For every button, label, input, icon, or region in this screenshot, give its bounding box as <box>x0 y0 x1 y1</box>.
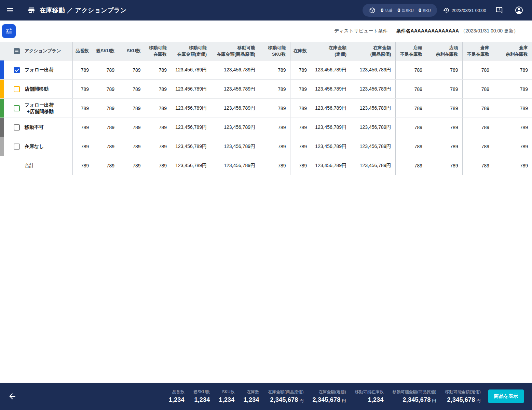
header-action-cell-content: アクションプラン <box>0 42 72 60</box>
action-plan-cell: 在庫なし <box>0 137 72 156</box>
table-cell: 789 <box>93 156 119 175</box>
summary-stat-label: SKU数 <box>222 389 235 395</box>
column-header-0: アクションプラン <box>0 42 72 60</box>
column-header-label: 在庫金額 <box>351 45 391 51</box>
select-all-checkbox[interactable] <box>14 48 20 54</box>
summary-stat-unit: 円 <box>299 398 303 403</box>
column-header-label: 余剰在庫数 <box>426 51 458 58</box>
summary-stat-label: 在庫数 <box>247 389 259 395</box>
table-cell: 789 <box>290 60 311 80</box>
summary-stats: 品番数1,234親SKU数1,234SKU数1,234在庫数1,234在庫金額(… <box>169 389 481 404</box>
summary-stat-number: 1,234 <box>194 396 210 403</box>
table-cell: 123,456,789円 <box>171 137 211 156</box>
row-checkbox[interactable] <box>14 144 20 150</box>
feedback-button[interactable] <box>492 3 506 17</box>
back-button[interactable] <box>5 390 19 403</box>
column-header-9: 在庫金額(定価) <box>311 42 351 60</box>
table-cell: 789 <box>119 156 145 175</box>
account-button[interactable] <box>512 3 526 17</box>
table-row: 移動不可789789789789123,456,789円123,456,789円… <box>0 118 532 137</box>
action-plan-label-line: フォロー出荷 <box>25 102 54 108</box>
table-cell: 123,456,789円 <box>351 99 395 118</box>
counter-label: 親SKU <box>402 9 414 13</box>
summary-stat-value: 2,345,678円 <box>270 396 303 404</box>
table-cell: 789 <box>72 118 93 137</box>
table-cell: 789 <box>93 118 119 137</box>
filter-button[interactable] <box>2 24 16 38</box>
table-cell: 123,456,789円 <box>211 156 259 175</box>
summary-stat-value: 2,345,678円 <box>447 396 481 404</box>
table-cell: 789 <box>493 156 532 175</box>
action-plan-label: 移動不可 <box>25 124 44 131</box>
column-header-label: 移動可能 <box>145 45 167 51</box>
row-color-bar <box>0 99 4 118</box>
column-header-label: SKU数 <box>259 51 286 58</box>
divider <box>392 28 392 34</box>
table-cell: 123,456,789円 <box>171 99 211 118</box>
table-cell: 123,456,789円 <box>211 60 259 80</box>
action-plan-label-line: フォロー出荷 <box>25 67 54 73</box>
package-icon <box>369 7 376 14</box>
column-header-label: 店頭 <box>426 45 458 51</box>
summary-stat-label: 移動可能金額(定価) <box>445 389 481 395</box>
table-cell: 789 <box>290 137 311 156</box>
column-header-label: 移動可能 <box>211 45 255 51</box>
summary-stat-unit: 円 <box>476 398 480 403</box>
table-cell: 789 <box>145 99 171 118</box>
main-content: ディストリビュート条件 条件名AAAAAAAAAAAAAA （2023/01/3… <box>0 20 532 383</box>
column-header-label: (定価) <box>311 51 346 58</box>
summary-stat: 移動可能金額(定価)2,345,678円 <box>445 389 481 404</box>
counter-value: 0 <box>397 7 400 13</box>
show-products-button[interactable]: 商品を表示 <box>488 390 524 403</box>
counter-value: 0 <box>419 7 421 13</box>
action-plan-cell: 店舗間移動 <box>0 80 72 99</box>
table-cell: 789 <box>493 118 532 137</box>
table-cell: 123,456,789円 <box>351 118 395 137</box>
column-header-label: 店頭 <box>396 45 423 51</box>
row-checkbox[interactable] <box>14 105 20 111</box>
action-plan-cell: 移動不可 <box>0 118 72 137</box>
summary-stat: 移動可能在庫数1,234 <box>355 389 384 404</box>
column-header-label: 倉庫 <box>463 45 490 51</box>
total-label-cell: 合計 <box>0 156 72 175</box>
table-cell: 789 <box>93 80 119 99</box>
hamburger-menu-button[interactable] <box>3 3 17 17</box>
summary-stat: 在庫金額(定価)2,345,678円 <box>313 389 346 404</box>
row-checkbox[interactable] <box>14 67 20 73</box>
column-header-12: 店頭余剰在庫数 <box>426 42 462 60</box>
table-cell: 123,456,789円 <box>311 137 351 156</box>
summary-stat: 在庫数1,234 <box>244 389 259 404</box>
title-group: 在庫移動 ／ アクションプラン <box>27 6 127 14</box>
table-cell: 789 <box>119 118 145 137</box>
hamburger-menu-icon <box>6 6 14 14</box>
column-header-label: SKU数 <box>119 48 141 54</box>
table-cell: 789 <box>259 156 290 175</box>
row-checkbox[interactable] <box>14 86 20 92</box>
counter-item-hinban: 0品番 <box>381 7 393 13</box>
topbar-right: 0品番 0親SKU 0SKU 2023/03/31 00:00 <box>363 3 526 17</box>
column-header-label: アクションプラン <box>25 48 61 54</box>
summary-stat-number: 1,234 <box>244 396 259 403</box>
column-header-label: 品番数 <box>73 48 89 54</box>
condition-name[interactable]: 条件名AAAAAAAAAAAAAA <box>396 28 459 34</box>
selection-counter-pill: 0品番 0親SKU 0SKU <box>363 4 437 17</box>
table-row: フォロー出荷+店舗間移動789789789789123,456,789円123,… <box>0 99 532 118</box>
column-header-8: 在庫数 <box>290 42 311 60</box>
table-cell: 789 <box>259 80 290 99</box>
table-cell: 789 <box>72 137 93 156</box>
arrow-left-icon <box>8 392 17 401</box>
table-cell: 789 <box>259 99 290 118</box>
column-header-2: 親SKU数 <box>93 42 119 60</box>
column-header-label: 不足在庫数 <box>396 51 423 58</box>
counter-value: 0 <box>381 7 383 13</box>
column-header-label: 在庫数 <box>290 48 307 54</box>
top-app-bar: 在庫移動 ／ アクションプラン 0品番 0親SKU 0SKU 2023/03/3… <box>0 0 532 20</box>
summary-stat-value: 1,234 <box>194 396 210 404</box>
app-root: 在庫移動 ／ アクションプラン 0品番 0親SKU 0SKU 2023/03/3… <box>0 0 532 410</box>
table-cell: 123,456,789円 <box>311 156 351 175</box>
table-cell: 789 <box>119 137 145 156</box>
table-row: 在庫なし789789789789123,456,789円123,456,789円… <box>0 137 532 156</box>
summary-stat-unit: 円 <box>432 398 436 403</box>
row-checkbox[interactable] <box>14 124 20 131</box>
action-plan-table: アクションプラン品番数親SKU数SKU数移動可能在庫数移動可能在庫金額(定価)移… <box>0 42 532 175</box>
